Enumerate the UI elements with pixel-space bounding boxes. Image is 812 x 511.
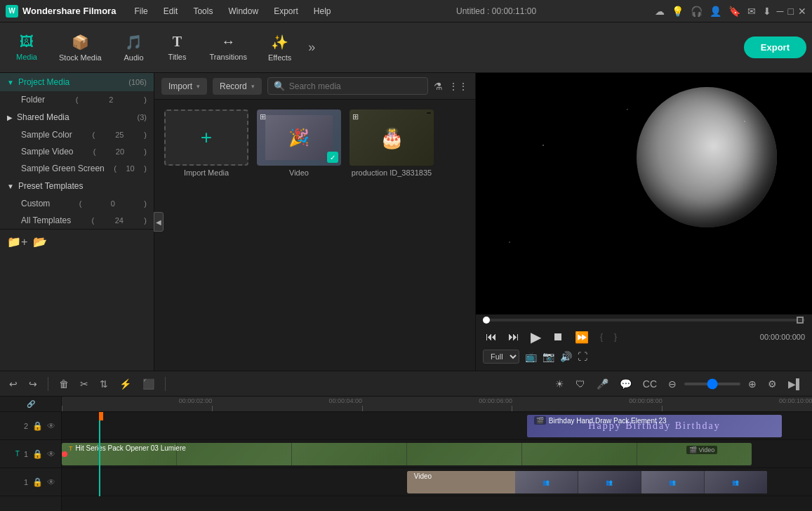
zoom-slider[interactable] [684, 383, 740, 385]
lock-icon-2[interactable]: 🔒 [32, 421, 43, 431]
headphone-icon[interactable]: 🎧 [691, 6, 703, 17]
menu-file[interactable]: File [127, 4, 154, 19]
mail-icon[interactable]: ✉ [747, 6, 756, 17]
collapse-sidebar-btn[interactable]: ◀ [154, 212, 164, 232]
menu-window[interactable]: Window [221, 4, 265, 19]
mic-btn[interactable]: 🎤 [593, 376, 612, 392]
more-btn-tl[interactable]: ▶▌ [785, 376, 806, 392]
stars-bg [476, 73, 812, 314]
eye-icon-1[interactable]: 👁 [47, 449, 55, 459]
cloud-icon[interactable]: ☁ [655, 6, 665, 17]
lock-icon-1[interactable]: 🔒 [32, 449, 43, 459]
sidebar-item-folder[interactable]: Folder ( 2 ) [0, 91, 154, 108]
tl-ruler: 00:00:00:00 00:00:02:00 00:00:04:00 00:0… [62, 397, 812, 412]
sidebar-item-sample-video[interactable]: Sample Video ( 20 ) [0, 143, 154, 160]
sun-btn[interactable]: ☀ [552, 376, 568, 392]
play-btn[interactable]: ▶ [528, 327, 544, 347]
timeline: ↩ ↪ 🗑 ✂ ⇅ ⚡ ⬛ ☀ 🛡 🎤 💬 CC ⊖ ⊕ ⚙ ▶▌ 🔗 [0, 371, 812, 511]
lock-icon-lower[interactable]: 🔒 [32, 477, 43, 487]
bookmark-icon[interactable]: 🔖 [728, 6, 740, 17]
ruler-mark-4: 00:00:08:00 [662, 406, 663, 411]
caption-btn[interactable]: 💬 [616, 376, 635, 392]
sidebar-item-sample-color[interactable]: Sample Color ( 25 ) [0, 126, 154, 143]
sidebar-item-custom[interactable]: Custom ( 0 ) [0, 195, 154, 212]
export-button[interactable]: Export [744, 36, 806, 58]
search-input[interactable] [289, 81, 422, 91]
ruler-marks: 00:00:00:00 00:00:02:00 00:00:04:00 00:0… [62, 397, 812, 411]
collapse-icon: ◀ [156, 218, 161, 226]
download-icon[interactable]: ⬇ [763, 6, 771, 17]
cut-btn[interactable]: ✂ [76, 376, 92, 392]
undo-btn[interactable]: ↩ [6, 376, 21, 392]
menu-help[interactable]: Help [307, 4, 338, 19]
skip-forward-btn[interactable]: ⏩ [572, 329, 592, 345]
audio-icon: 🎵 [125, 34, 142, 51]
link-icon[interactable]: 🔗 [27, 400, 35, 408]
skip-back-btn[interactable]: ⏮ [483, 329, 500, 345]
toolbar-titles[interactable]: T Titles [157, 29, 199, 65]
toolbar-effects[interactable]: ✨ Effects [258, 29, 301, 66]
new-folder-icon[interactable]: 📁+ [7, 235, 27, 248]
shield-btn[interactable]: 🛡 [572, 376, 589, 392]
toolbar-audio[interactable]: 🎵 Audio [113, 29, 155, 66]
record-button[interactable]: Record ▾ [213, 78, 262, 95]
grid-icon[interactable]: ⋮⋮ [448, 81, 468, 92]
sidebar-header-shared-media[interactable]: ▶ Shared Media ( 3 ) [0, 108, 154, 126]
menu-export[interactable]: Export [267, 4, 305, 19]
preview-bottom-row: Full 📺 📷 🔊 ⛶ [483, 347, 805, 366]
lightbulb-icon[interactable]: 💡 [672, 6, 684, 17]
crop-btn[interactable]: ⬛ [139, 376, 158, 392]
redo-btn[interactable]: ↪ [25, 376, 41, 392]
import-media-item[interactable]: + Import Media [164, 109, 248, 177]
lower-clip[interactable]: Video 👥 👥 👥 👥 [407, 471, 767, 493]
user-icon[interactable]: 👤 [710, 6, 721, 17]
tl-content: 00:00:00:00 00:00:02:00 00:00:04:00 00:0… [62, 397, 812, 511]
fullscreen-btn[interactable]: ⛶ [578, 351, 587, 362]
preview-progress-bar[interactable] [483, 319, 805, 321]
record-dropdown-arrow: ▾ [251, 83, 255, 90]
split-btn[interactable]: ⚡ [116, 376, 135, 392]
minimize-btn[interactable]: ─ [777, 6, 784, 17]
sidebar-header-project-media[interactable]: ▼ Project Media ( 106 ) [0, 73, 154, 91]
cc-btn[interactable]: CC [639, 376, 660, 392]
audio-detach-btn[interactable]: ⇅ [96, 376, 112, 392]
ruler-mark-2: 00:00:04:00 [362, 406, 363, 411]
toolbar-media[interactable]: 🖼 Media [6, 29, 48, 65]
birthday-clip[interactable]: 🎬 Birthday Hand Draw Pack Element 23 Hap… [527, 415, 782, 437]
delete-btn[interactable]: 🗑 [55, 376, 72, 392]
sidebar-item-sample-green[interactable]: Sample Green Screen ( 10 ) [0, 160, 154, 177]
folder-open-icon[interactable]: 📂 [33, 235, 47, 248]
ruler-mark-3: 00:00:06:00 [512, 406, 512, 411]
toolbar-stock-media[interactable]: 📦 Stock Media [49, 29, 112, 66]
close-btn[interactable]: ✕ [798, 6, 806, 17]
settings-btn[interactable]: ⚙ [764, 376, 780, 392]
import-button[interactable]: Import ▾ [161, 78, 207, 95]
media-item-video2[interactable]: ⊞ 🎂 production ID_3831835 [350, 109, 434, 177]
tv-icon-btn[interactable]: 📺 [525, 351, 537, 362]
volume-icon-btn[interactable]: 🔊 [560, 351, 572, 362]
sidebar-item-all-templates[interactable]: All Templates ( 24 ) [0, 212, 154, 229]
camera-icon-btn[interactable]: 📷 [543, 351, 554, 362]
quality-select[interactable]: Full [483, 350, 519, 364]
toolbar-transitions[interactable]: ↔ Transitions [200, 29, 257, 65]
eye-icon-lower[interactable]: 👁 [47, 477, 55, 487]
sidebar-section-project-media: ▼ Project Media ( 106 ) Folder ( 2 ) [0, 73, 154, 108]
track1-num: 1 [24, 450, 28, 458]
filter-icon[interactable]: ⚗ [434, 81, 443, 92]
more-tools-btn[interactable]: » [302, 37, 321, 58]
sidebar-header-preset-templates[interactable]: ▼ Preset Templates [0, 177, 154, 195]
menu-tools[interactable]: Tools [186, 4, 220, 19]
circle-btn[interactable]: ⊖ [665, 376, 680, 392]
preview-video [476, 73, 812, 314]
step-back-btn[interactable]: ⏭ [505, 329, 522, 345]
main-clip[interactable]: T Hit Series Pack Opener 03 Lumiere [62, 443, 752, 465]
stop-btn[interactable]: ⏹ [550, 329, 566, 345]
eye-icon-2[interactable]: 👁 [47, 421, 55, 431]
menu-edit[interactable]: Edit [157, 4, 185, 19]
playhead-marker [99, 412, 103, 420]
lower-clip-label: Video [410, 472, 436, 480]
zoom-add-btn[interactable]: ⊕ [745, 376, 760, 392]
tl-tracks: 🎬 Birthday Hand Draw Pack Element 23 Hap… [62, 412, 812, 496]
maximize-btn[interactable]: □ [788, 6, 794, 17]
media-item-video1[interactable]: ⊞ 🎉 ✓ Video [257, 109, 341, 177]
